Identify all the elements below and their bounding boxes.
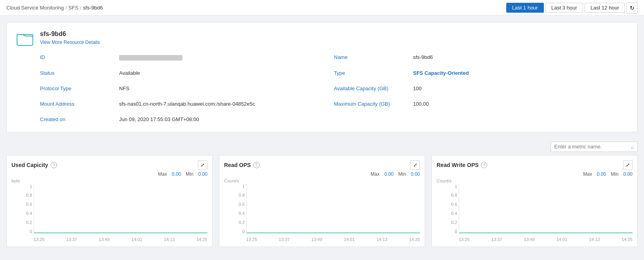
id-label: ID xyxy=(40,53,119,62)
y-axis-3: 1 0.8 0.6 0.4 0.2 0 xyxy=(448,184,457,234)
x-axis-3: 13:25 13:37 13:49 14:01 14:13 14:25 xyxy=(459,237,633,242)
min-label-1: Min xyxy=(186,171,193,177)
max-label-1: Max xyxy=(158,171,167,177)
chart-title-2: Read OPS xyxy=(224,162,251,168)
y-axis-1: 1 0.8 0.6 0.4 0.2 0 xyxy=(23,184,32,234)
chart-unit-2: Count/s xyxy=(224,178,239,183)
chart-used-capacity: Used Capicity ? ⤢ Max 0.00 Min 0.00 byte… xyxy=(6,155,213,247)
help-icon-3[interactable]: ? xyxy=(481,162,487,168)
chart-svg-1 xyxy=(34,184,207,233)
max-val-1: 0.00 xyxy=(172,171,181,177)
chart-body-2: Count/s 1 0.8 0.6 0.4 0.2 0 13:25 13:37 … xyxy=(224,178,420,242)
chart-area-3 xyxy=(459,184,633,234)
x-axis-1: 13:25 13:37 13:49 14:01 14:13 14:25 xyxy=(34,237,207,242)
max-label-2: Max xyxy=(370,171,380,177)
chart-title-1: Used Capicity xyxy=(11,162,48,168)
resource-details: ID Name sfs-9bd6 Status Available Type S… xyxy=(40,53,628,124)
min-label-2: Min xyxy=(398,171,406,177)
created-value: Jun 09, 2020 17:55:03 GMT+08:00 xyxy=(119,115,334,124)
type-label: Type xyxy=(334,68,413,78)
chart-svg-2 xyxy=(247,184,420,233)
folder-icon xyxy=(16,30,34,46)
view-more-link[interactable]: View More Resource Details xyxy=(40,40,100,45)
avail-cap-label: Available Capacity (GB) xyxy=(334,84,413,93)
protocol-label: Protocol Type xyxy=(40,84,119,93)
metric-search-box[interactable]: ⌕ xyxy=(551,142,638,152)
chart-body-1: byte 1 0.8 0.6 0.4 0.2 0 13:25 13:37 13:… xyxy=(11,178,207,242)
resource-name: sfs-9bd6 xyxy=(40,30,100,38)
name-label: Name xyxy=(334,53,413,62)
time-filter-group: Last 1 hour Last 3 hour Last 12 hour ↻ xyxy=(506,2,638,13)
help-icon-1[interactable]: ? xyxy=(51,162,57,168)
min-val-2: 0.00 xyxy=(411,171,420,177)
resource-header: sfs-9bd6 View More Resource Details xyxy=(16,30,628,46)
search-icon: ⌕ xyxy=(631,144,634,150)
breadcrumb-cloud[interactable]: Cloud Service Monitoring xyxy=(6,5,64,11)
mount-value: sfs-nas01.cn-north-7.ulanqab.huawei.com:… xyxy=(119,99,334,108)
chart-body-3: Count/s 1 0.8 0.6 0.4 0.2 0 13:25 13:37 … xyxy=(437,178,633,242)
max-cap-value: 100.00 xyxy=(413,99,628,108)
charts-row: Used Capicity ? ⤢ Max 0.00 Min 0.00 byte… xyxy=(0,155,644,253)
refresh-button[interactable]: ↻ xyxy=(627,2,638,13)
metrics-toolbar: ⌕ xyxy=(0,139,644,155)
chart-area-2 xyxy=(246,184,420,234)
min-label-3: Min xyxy=(611,171,618,177)
expand-button-2[interactable]: ⤢ xyxy=(410,160,420,170)
chart-title-row-1: Used Capicity ? xyxy=(11,162,57,168)
chart-title-row-3: Read Write OPS ? xyxy=(437,162,487,168)
chart-read-ops: Read OPS ? ⤢ Max 0.00 Min 0.00 Count/s 1… xyxy=(219,155,425,247)
mount-label: Mount Address xyxy=(40,99,119,108)
breadcrumb-sfs[interactable]: SFS xyxy=(68,5,78,11)
time-btn-3hour[interactable]: Last 3 hour xyxy=(545,3,583,13)
max-cap-label: Maximum Capacity (GB) xyxy=(334,99,413,108)
time-btn-1hour[interactable]: Last 1 hour xyxy=(506,3,544,13)
breadcrumb: Cloud Service Monitoring / SFS / sfs-9bd… xyxy=(6,5,103,11)
chart-stats-2: Max 0.00 Min 0.00 xyxy=(224,171,420,177)
metric-search-input[interactable] xyxy=(554,144,631,150)
chart-stats-3: Max 0.00 Min 0.00 xyxy=(437,171,633,177)
avail-cap-value: 100 xyxy=(413,84,628,93)
header: Cloud Service Monitoring / SFS / sfs-9bd… xyxy=(0,0,644,16)
min-val-1: 0.00 xyxy=(198,171,207,177)
max-val-3: 0.00 xyxy=(597,171,606,177)
time-btn-12hour[interactable]: Last 12 hour xyxy=(585,3,625,13)
chart-header-used-capacity: Used Capicity ? ⤢ xyxy=(11,160,207,170)
expand-button-1[interactable]: ⤢ xyxy=(198,160,207,170)
resource-card: sfs-9bd6 View More Resource Details ID N… xyxy=(6,22,638,132)
chart-header-read-ops: Read OPS ? ⤢ xyxy=(224,160,420,170)
chart-read-write-ops: Read Write OPS ? ⤢ Max 0.00 Min 0.00 Cou… xyxy=(431,155,638,247)
protocol-value: NFS xyxy=(119,84,334,93)
id-value xyxy=(119,53,334,62)
name-value: sfs-9bd6 xyxy=(413,53,628,62)
resource-title: sfs-9bd6 View More Resource Details xyxy=(40,30,100,45)
status-label: Status xyxy=(40,68,119,78)
breadcrumb-current: sfs-9bd6 xyxy=(83,5,103,11)
chart-title-3: Read Write OPS xyxy=(437,162,479,168)
breadcrumb-sep1: / xyxy=(65,5,67,11)
x-axis-2: 13:25 13:37 13:49 14:01 14:13 14:25 xyxy=(246,237,420,242)
max-label-3: Max xyxy=(583,171,592,177)
min-val-3: 0.00 xyxy=(623,171,633,177)
help-icon-2[interactable]: ? xyxy=(253,162,260,168)
max-val-2: 0.00 xyxy=(384,171,393,177)
chart-unit-1: byte xyxy=(11,178,20,183)
chart-unit-3: Count/s xyxy=(437,178,452,183)
chart-area-1 xyxy=(34,184,207,234)
created-label: Created on xyxy=(40,115,119,124)
chart-title-row-2: Read OPS ? xyxy=(224,162,260,168)
chart-svg-3 xyxy=(459,184,633,233)
type-value: SFS Capacity-Oriented xyxy=(413,68,628,78)
expand-button-3[interactable]: ⤢ xyxy=(623,160,633,170)
breadcrumb-sep2: / xyxy=(80,5,82,11)
y-axis-2: 1 0.8 0.6 0.4 0.2 0 xyxy=(235,184,245,234)
chart-header-read-write-ops: Read Write OPS ? ⤢ xyxy=(437,160,633,170)
status-value: Available xyxy=(119,68,334,78)
chart-stats-1: Max 0.00 Min 0.00 xyxy=(11,171,207,177)
